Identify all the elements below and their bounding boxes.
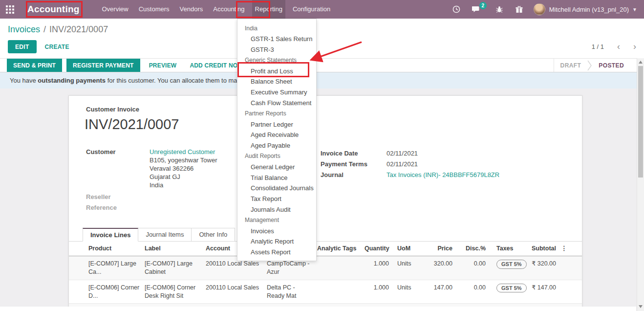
document-type-label: Customer Invoice: [86, 106, 139, 113]
debug-bug-icon[interactable]: [496, 6, 503, 13]
tax-badge: GST 5%: [496, 260, 527, 269]
invoice-statusbar: SEND & PRINT REGISTER PAYMENT PREVIEW AD…: [0, 58, 644, 72]
scrollbar-thumb[interactable]: [638, 66, 643, 178]
journal-link[interactable]: Tax Invoices (INR)- 24BBBFF5679L8ZR: [386, 171, 499, 178]
reference-label: Reference: [86, 204, 117, 211]
nav-configuration[interactable]: Configuration: [290, 0, 333, 19]
menu-section-management: Management: [237, 215, 316, 225]
state-widget: DRAFT POSTED: [554, 59, 644, 72]
apps-grid-icon[interactable]: [0, 5, 20, 14]
menu-section-partner-reports: Partner Reports: [237, 108, 316, 119]
menu-item-cash-flow-statement[interactable]: Cash Flow Statement: [237, 98, 316, 109]
notebook-tabs: Invoice Lines Journal Items Other Info: [69, 227, 582, 242]
nav-overview[interactable]: Overview: [99, 0, 131, 19]
pager-value: 1 / 1: [592, 43, 604, 50]
cell-analytic-account: Delta PC - Ready Mat: [267, 280, 317, 304]
menu-item-partner-ledger[interactable]: Partner Ledger: [237, 119, 316, 130]
menu-item-executive-summary[interactable]: Executive Summary: [237, 87, 316, 98]
control-panel: Invoices/INV/2021/0007 EDIT CREATE 1 / 1…: [0, 19, 644, 58]
menu-item-aged-payable[interactable]: Aged Payable: [237, 140, 316, 151]
column-analytic-tags[interactable]: Analytic Tags: [317, 242, 365, 256]
invoice-number: INV/2021/0007: [85, 116, 179, 133]
column-taxes[interactable]: Taxes: [491, 242, 531, 256]
menu-item-general-ledger[interactable]: General Ledger: [237, 161, 316, 172]
scrollbar-up-arrow-icon[interactable]: [639, 61, 643, 64]
nav-customers[interactable]: Customers: [136, 0, 172, 19]
cell-options: [561, 256, 571, 263]
menu-item-aged-receivable[interactable]: Aged Receivable: [237, 130, 316, 140]
journal-label: Journal: [321, 171, 343, 178]
create-button[interactable]: CREATE: [45, 44, 69, 50]
cell-price: 320.00: [426, 256, 457, 271]
cell-taxes: GST 5%: [491, 256, 531, 272]
cell-options: [561, 280, 571, 287]
user-menu-caret-icon: ▼: [632, 7, 637, 12]
send-print-button[interactable]: SEND & PRINT: [7, 59, 62, 72]
cell-disc: 0.00: [457, 280, 491, 295]
menu-item-journals-audit[interactable]: Journals Audit: [237, 204, 316, 215]
nav-reporting[interactable]: Reporting: [252, 0, 285, 19]
menu-item-tax-report[interactable]: Tax Report: [237, 194, 316, 204]
cell-subtotal: ₹ 147.00: [531, 280, 561, 295]
breadcrumb-current: INV/2021/0007: [49, 24, 108, 34]
menu-item-gstr-3[interactable]: GSTR-3: [237, 44, 316, 55]
column-price[interactable]: Price: [426, 242, 457, 256]
edit-button[interactable]: EDIT: [8, 40, 37, 53]
payment-terms-value: 02/11/2021: [386, 160, 418, 168]
action-buttons: EDIT CREATE: [8, 40, 69, 53]
user-avatar[interactable]: [534, 3, 545, 15]
nav-accounting[interactable]: Accounting: [210, 0, 247, 19]
invoice-date-value: 02/11/2021: [386, 150, 418, 157]
messages-icon[interactable]: 2: [472, 6, 481, 13]
tab-journal-items[interactable]: Journal Items: [138, 228, 192, 242]
register-payment-button[interactable]: REGISTER PAYMENT: [66, 59, 140, 72]
cell-subtotal: ₹ 320.00: [531, 256, 561, 271]
column-uom[interactable]: UoM: [394, 242, 426, 256]
state-posted[interactable]: POSTED: [592, 62, 630, 69]
cell-uom: Units: [394, 280, 426, 295]
breadcrumb-invoices-link[interactable]: Invoices: [8, 24, 40, 34]
bottom-strip: [0, 307, 636, 311]
menu-item-trial-balance[interactable]: Trial Balance: [237, 172, 316, 183]
messages-count-badge: 2: [479, 2, 487, 9]
customer-link[interactable]: Unregistered Customer: [150, 148, 215, 156]
column-label[interactable]: Label: [145, 242, 206, 256]
topbar: Accounting Overview Customers Vendors Ac…: [0, 0, 644, 19]
menu-item-consolidated-journals[interactable]: Consolidated Journals: [237, 183, 316, 194]
column-quantity[interactable]: Quantity: [365, 242, 394, 256]
nav-vendors[interactable]: Vendors: [177, 0, 206, 19]
vertical-scrollbar[interactable]: [637, 58, 644, 311]
column-product[interactable]: Product: [88, 242, 145, 256]
table-header-row: Product Label Account Analytic Tags Quan…: [69, 242, 582, 256]
tab-invoice-lines[interactable]: Invoice Lines: [83, 228, 138, 242]
menu-item-profit-and-loss[interactable]: Profit and Loss: [237, 66, 316, 76]
state-draft[interactable]: DRAFT: [554, 62, 588, 69]
menu-item-invoices[interactable]: Invoices: [237, 225, 316, 236]
user-menu[interactable]: Mitchell Admin (v13_pnl_20): [549, 6, 629, 13]
cell-taxes: GST 5%: [491, 280, 531, 296]
scrollbar-down-arrow-icon[interactable]: [639, 305, 643, 308]
menu-item-gstr-1-sales-return[interactable]: GSTR-1 Sales Return: [237, 34, 316, 44]
menu-section-audit-reports: Audit Reports: [237, 151, 316, 162]
app-brand[interactable]: Accounting: [27, 4, 80, 15]
cell-product: [E-COM06] Corner D...: [88, 280, 145, 304]
table-row[interactable]: [E-COM07] Large Ca... [E-COM07] Large Ca…: [69, 256, 582, 280]
menu-item-balance-sheet[interactable]: Balance Sheet: [237, 76, 316, 87]
menu-item-assets-report[interactable]: Assets Report: [237, 247, 316, 258]
column-options-icon[interactable]: ⋮: [561, 242, 571, 256]
gift-icon[interactable]: [515, 6, 523, 13]
alert-text-bold: outstanding payments: [38, 77, 106, 84]
tab-other-info[interactable]: Other Info: [192, 228, 235, 242]
column-subtotal[interactable]: Subtotal: [531, 242, 561, 256]
column-disc[interactable]: Disc.%: [457, 242, 491, 256]
pager-next-icon[interactable]: ›: [633, 42, 636, 51]
activities-clock-icon[interactable]: [452, 5, 460, 13]
state-chevron-icon: [587, 59, 592, 72]
table-row[interactable]: [E-COM06] Corner D... [E-COM06] Corner D…: [69, 280, 582, 304]
customer-address-line: India: [150, 181, 163, 189]
menu-item-analytic-report[interactable]: Analytic Report: [237, 236, 316, 247]
cell-analytic-tags: [317, 256, 365, 263]
invoice-lines-table: Product Label Account Analytic Tags Quan…: [69, 242, 582, 311]
pager-previous-icon[interactable]: ‹: [617, 42, 620, 51]
preview-button[interactable]: PREVIEW: [145, 59, 181, 72]
